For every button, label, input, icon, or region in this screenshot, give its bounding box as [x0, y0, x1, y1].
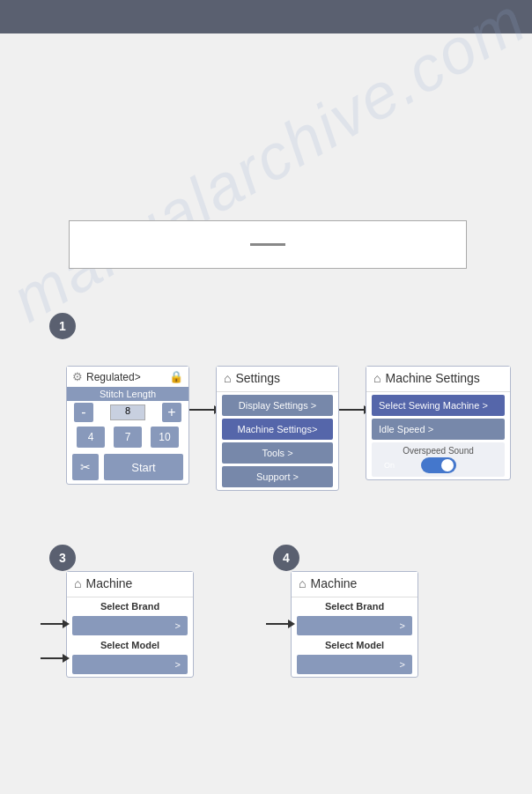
step-4-circle: 4 — [273, 545, 299, 571]
model-select-button-right[interactable]: > — [297, 655, 412, 674]
panel4-divider — [67, 597, 193, 597]
model-label-right: Select Model — [292, 638, 417, 652]
machine-brand-panel-left: ⌂ Machine Select Brand > Select Model > — [66, 571, 194, 678]
step-3-circle: 3 — [49, 545, 76, 571]
machine-panel-left-header: ⌂ Machine — [67, 572, 193, 595]
step-1-circle: 1 — [49, 313, 76, 339]
box-dash — [250, 243, 285, 246]
lock-icon: 🔒 — [169, 370, 183, 383]
machine-settings-panel-header: ⌂ Machine Settings — [366, 367, 510, 390]
brand-label-left: Select Brand — [67, 599, 193, 613]
model-label-left: Select Model — [67, 638, 193, 652]
stitch-value-input[interactable]: 8 — [110, 404, 145, 420]
support-button[interactable]: Support > — [222, 466, 333, 487]
top-bar — [0, 0, 532, 33]
scissors-button[interactable]: ✂ — [72, 454, 99, 480]
arrow-brand-right — [266, 620, 295, 628]
num-row: 4 7 10 — [67, 424, 188, 450]
regulated-label: Regulated> — [86, 371, 141, 383]
description-box — [69, 220, 467, 269]
overspeed-label: Overspeed Sound — [379, 446, 498, 456]
machine-settings-button[interactable]: Machine Settings> — [222, 419, 333, 440]
stitch-control-row: - 8 + — [67, 401, 188, 424]
regulated-panel: ⚙ Regulated> 🔒 Stitch Length - 8 + 4 7 1… — [66, 366, 189, 485]
settings-panel-title: Settings — [235, 371, 280, 385]
stitch-length-label: Stitch Length — [67, 387, 188, 401]
stitch-plus-button[interactable]: + — [162, 403, 181, 422]
idle-speed-button[interactable]: Idle Speed > — [372, 419, 505, 440]
stitch-minus-button[interactable]: - — [74, 403, 93, 422]
settings-divider — [217, 391, 338, 392]
num-10-button[interactable]: 10 — [151, 427, 179, 448]
brand-select-button-right[interactable]: > — [297, 616, 412, 635]
select-sewing-machine-button[interactable]: Select Sewing Machine > — [372, 395, 505, 416]
brand-label-right: Select Brand — [292, 599, 417, 613]
machine-brand-panel-right: ⌂ Machine Select Brand > Select Model > — [291, 571, 418, 678]
machine-panel-right-header: ⌂ Machine — [292, 572, 417, 595]
start-button[interactable]: Start — [104, 454, 183, 480]
machine-panel-right-title: Machine — [310, 576, 357, 590]
home-icon-3: ⌂ — [74, 576, 81, 590]
tools-button[interactable]: Tools > — [222, 442, 333, 464]
panel1-bottom-row: ✂ Start — [67, 450, 188, 484]
num-4-button[interactable]: 4 — [77, 427, 105, 448]
toggle-switch[interactable]: On — [379, 457, 498, 473]
toggle-on-text: On — [384, 461, 395, 470]
settings-panel-header: ⌂ Settings — [217, 367, 338, 390]
display-settings-button[interactable]: Display Settings > — [222, 395, 333, 416]
machine-settings-divider — [366, 391, 510, 392]
home-icon-4: ⌂ — [299, 576, 306, 590]
num-7-button[interactable]: 7 — [114, 427, 142, 448]
brand-select-button-left[interactable]: > — [72, 616, 188, 635]
settings-panel: ⌂ Settings Display Settings > Machine Se… — [216, 366, 339, 491]
home-icon: ⌂ — [224, 371, 231, 385]
machine-panel-left-title: Machine — [85, 576, 132, 590]
watermark: manualarchive.com — [0, 0, 532, 336]
home-icon-2: ⌂ — [373, 371, 381, 385]
machine-settings-title: Machine Settings — [385, 371, 479, 385]
arrow-model-left — [41, 654, 70, 663]
model-select-button-left[interactable]: > — [72, 655, 188, 674]
arrow-brand-left — [41, 620, 70, 628]
toggle-knob — [441, 459, 454, 471]
toggle-pill: On — [421, 457, 456, 473]
gear-icon: ⚙ — [72, 370, 83, 383]
regulated-panel-header: ⚙ Regulated> 🔒 — [67, 367, 188, 387]
machine-settings-panel: ⌂ Machine Settings Select Sewing Machine… — [366, 366, 511, 480]
panel5-divider — [292, 597, 417, 597]
overspeed-toggle-row: Overspeed Sound On — [372, 442, 505, 477]
